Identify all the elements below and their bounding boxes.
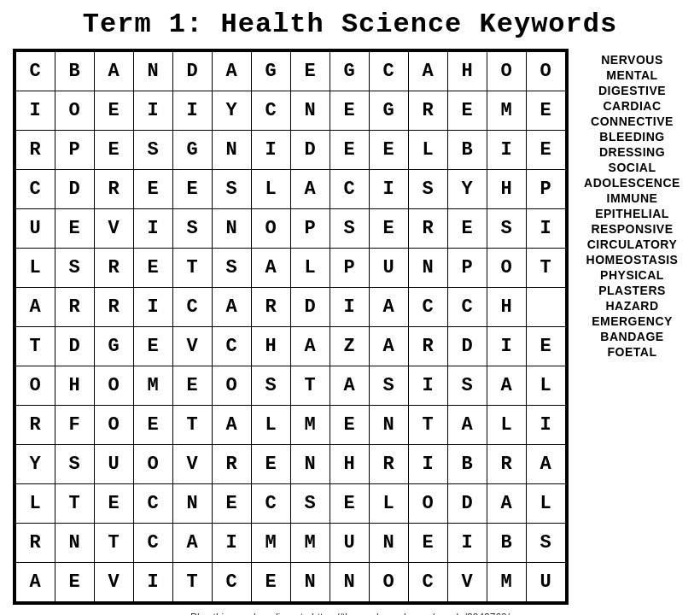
cell-11-7: S [290, 484, 330, 524]
cell-9-10: T [408, 406, 447, 445]
cell-1-10: R [408, 91, 447, 131]
cell-7-4: V [172, 327, 212, 366]
cell-6-6: R [251, 288, 290, 327]
cell-0-4: D [172, 52, 212, 91]
word-list-item: CARDIAC [603, 99, 661, 113]
cell-9-9: N [369, 406, 408, 445]
cell-5-0: L [15, 249, 55, 288]
cell-10-13: A [526, 445, 565, 484]
cell-1-1: O [55, 91, 94, 131]
cell-5-8: P [330, 249, 369, 288]
cell-4-6: O [251, 209, 290, 249]
cell-8-2: O [94, 366, 133, 406]
cell-7-12: I [487, 327, 526, 366]
cell-1-3: I [133, 91, 172, 131]
cell-9-0: R [15, 406, 55, 445]
cell-13-12: M [487, 563, 526, 602]
main-area: CBANDAGEGCAHOOIOEIIYCNEGREMERPESGNIDEELB… [13, 49, 688, 605]
cell-12-9: N [369, 524, 408, 563]
cell-8-7: T [290, 366, 330, 406]
cell-12-12: B [487, 524, 526, 563]
cell-7-9: A [369, 327, 408, 366]
cell-7-11: D [447, 327, 487, 366]
cell-7-10: R [408, 327, 447, 366]
cell-10-2: U [94, 445, 133, 484]
word-list-item: ADOLESCENCE [584, 176, 680, 190]
cell-10-0: Y [15, 445, 55, 484]
cell-6-5: A [212, 288, 251, 327]
cell-2-10: L [408, 131, 447, 170]
cell-6-9: A [369, 288, 408, 327]
cell-10-7: N [290, 445, 330, 484]
cell-5-3: E [133, 249, 172, 288]
word-list-item: CONNECTIVE [591, 114, 674, 128]
cell-0-3: N [133, 52, 172, 91]
cell-9-12: L [487, 406, 526, 445]
cell-0-9: C [369, 52, 408, 91]
cell-12-6: M [251, 524, 290, 563]
cell-10-4: V [172, 445, 212, 484]
cell-10-9: R [369, 445, 408, 484]
cell-12-1: N [55, 524, 94, 563]
cell-12-5: I [212, 524, 251, 563]
cell-5-13: T [526, 249, 565, 288]
cell-0-8: G [330, 52, 369, 91]
word-list-item: SOCIAL [609, 161, 656, 174]
cell-8-6: S [251, 366, 290, 406]
cell-3-0: C [15, 170, 55, 209]
cell-13-0: A [15, 563, 55, 602]
cell-3-3: E [133, 170, 172, 209]
word-list-item: BLEEDING [599, 130, 664, 144]
cell-9-11: A [447, 406, 487, 445]
cell-7-1: D [55, 327, 94, 366]
cell-5-1: S [55, 249, 94, 288]
cell-11-12: A [487, 484, 526, 524]
word-list-item: HAZARD [605, 299, 658, 313]
cell-2-6: I [251, 131, 290, 170]
cell-9-6: L [251, 406, 290, 445]
cell-1-9: G [369, 91, 408, 131]
cell-8-11: S [447, 366, 487, 406]
cell-0-1: B [55, 52, 94, 91]
cell-1-12: M [487, 91, 526, 131]
cell-12-2: T [94, 524, 133, 563]
cell-8-0: O [15, 366, 55, 406]
cell-8-12: A [487, 366, 526, 406]
cell-1-4: I [172, 91, 212, 131]
cell-4-9: E [369, 209, 408, 249]
cell-12-3: C [133, 524, 172, 563]
word-list-item: PLASTERS [598, 284, 666, 297]
cell-2-3: S [133, 131, 172, 170]
cell-13-4: T [172, 563, 212, 602]
cell-2-4: G [172, 131, 212, 170]
cell-5-6: A [251, 249, 290, 288]
cell-3-6: L [251, 170, 290, 209]
cell-11-5: E [212, 484, 251, 524]
word-list-item: MENTAL [606, 68, 657, 82]
cell-12-4: A [172, 524, 212, 563]
cell-11-1: T [55, 484, 94, 524]
cell-5-10: N [408, 249, 447, 288]
cell-13-9: O [369, 563, 408, 602]
cell-4-8: S [330, 209, 369, 249]
cell-6-1: R [55, 288, 94, 327]
word-list-item: DIGESTIVE [598, 84, 666, 97]
word-list-item: RESPONSIVE [591, 222, 673, 236]
cell-3-11: Y [447, 170, 487, 209]
cell-3-12: H [487, 170, 526, 209]
cell-8-4: E [172, 366, 212, 406]
cell-10-1: S [55, 445, 94, 484]
cell-9-2: O [94, 406, 133, 445]
cell-7-13: E [526, 327, 565, 366]
cell-11-9: L [369, 484, 408, 524]
cell-3-13: P [526, 170, 565, 209]
cell-7-7: A [290, 327, 330, 366]
cell-0-0: C [15, 52, 55, 91]
cell-0-5: A [212, 52, 251, 91]
cell-6-4: C [172, 288, 212, 327]
cell-10-3: O [133, 445, 172, 484]
cell-7-2: G [94, 327, 133, 366]
cell-3-2: R [94, 170, 133, 209]
cell-3-8: C [330, 170, 369, 209]
cell-9-1: F [55, 406, 94, 445]
